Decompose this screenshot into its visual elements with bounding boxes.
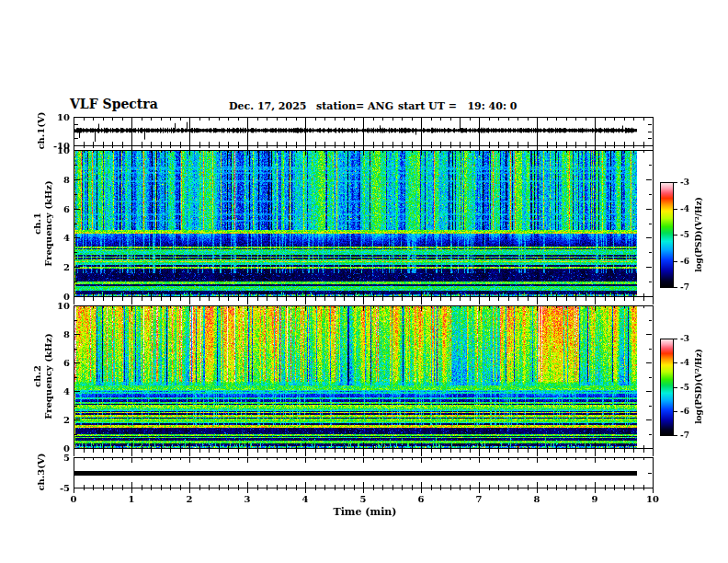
ch1-frequency-axis-line1: ch.1	[32, 180, 43, 266]
colorbar1-tick: -4	[680, 204, 689, 213]
colorbar1-tick: -6	[680, 257, 689, 266]
colorbar1-tick: -7	[680, 282, 689, 292]
time-xtick: 0	[71, 494, 77, 504]
freq-ytick: 6	[63, 204, 70, 214]
time-xtick: 7	[476, 494, 483, 504]
colorbar2-tick: -4	[680, 358, 689, 367]
freq-ytick: 2	[63, 262, 70, 272]
ch1-voltage-axis-label: ch.1(V)	[36, 111, 47, 149]
colorbar2-tick: -7	[680, 431, 689, 440]
freq-ytick: 10	[57, 145, 70, 155]
freq-ytick: 6	[63, 358, 70, 368]
ch3-ytick: 5	[63, 453, 70, 463]
vlf-spectra-figure: VLF Spectra Dec. 17, 2025 station= ANG s…	[0, 0, 728, 563]
ch3-voltage-axis-label: ch.3(V)	[36, 453, 47, 490]
page-title: VLF Spectra	[70, 97, 158, 111]
time-xtick: 4	[302, 494, 309, 504]
ch1-frequency-axis-line2: Frequency (kHz)	[42, 180, 53, 266]
freq-ytick: 4	[63, 233, 70, 243]
ch3-ytick: -5	[60, 483, 70, 493]
colorbar2-axis-label: log(PSD)(V²/Hz)	[694, 349, 703, 424]
colorbar2-tick: -6	[680, 407, 689, 416]
time-xtick: 2	[187, 494, 193, 504]
ch2-frequency-axis-label: ch.2 Frequency (kHz)	[32, 333, 53, 419]
colorbar1-axis-label: log(PSD)(V²/Hz)	[694, 197, 703, 272]
time-axis-label: Time (min)	[333, 506, 396, 518]
freq-ytick: 4	[63, 386, 70, 396]
colorbar1-tick: -5	[680, 230, 689, 239]
start-ut-label: start UT = 19: 40: 0	[398, 100, 517, 112]
colorbar1-tick: -3	[680, 178, 689, 187]
ch1-spectrogram-canvas	[74, 150, 653, 296]
date-label: Dec. 17, 2025	[229, 100, 306, 112]
ch2-frequency-axis-line1: ch.2	[32, 333, 43, 419]
time-xtick: 9	[592, 494, 598, 504]
freq-ytick: 10	[57, 301, 70, 311]
time-xtick: 6	[418, 494, 425, 504]
time-xtick: 5	[360, 494, 367, 504]
ch1-ytick: 10	[57, 112, 70, 122]
colorbar2-canvas	[660, 339, 673, 435]
ch2-frequency-axis-line2: Frequency (kHz)	[42, 333, 53, 419]
freq-ytick: 8	[63, 329, 70, 339]
ch1-waveform-canvas	[74, 117, 653, 145]
colorbar1-canvas	[660, 182, 673, 287]
ch1-frequency-axis-label: ch.1 Frequency (kHz)	[32, 180, 53, 266]
freq-ytick: 8	[63, 175, 70, 185]
time-xtick: 1	[129, 494, 135, 504]
colorbar2-tick: -5	[680, 383, 689, 392]
colorbar2-tick: -3	[680, 334, 689, 343]
time-xtick: 3	[245, 494, 251, 504]
station-label: station= ANG	[316, 100, 393, 112]
time-xtick: 8	[534, 494, 540, 504]
freq-ytick: 2	[63, 415, 70, 425]
ch2-spectrogram-canvas	[74, 305, 653, 448]
time-xtick: 10	[646, 494, 659, 504]
